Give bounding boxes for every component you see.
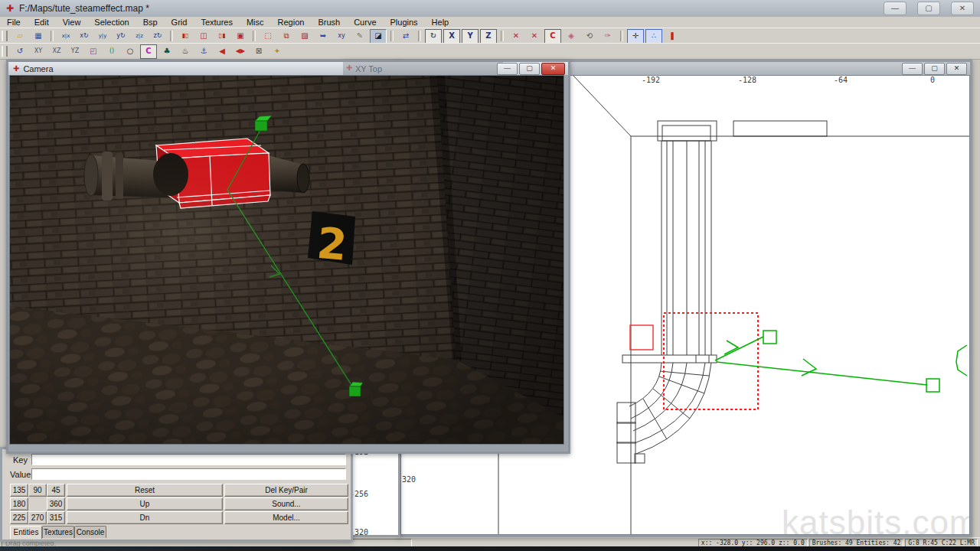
toolbar-icon-csg-subtract[interactable]: ▨	[296, 29, 313, 44]
entity-key-input[interactable]	[31, 454, 346, 465]
angle-button-135[interactable]: 135	[10, 484, 28, 497]
reset-button[interactable]: Reset	[67, 484, 223, 497]
angle-button-270[interactable]: 270	[28, 511, 47, 524]
camera-window: ✚ Camera ✚ XY Top —▢✕	[6, 60, 570, 454]
toolbar-icon-save-file[interactable]: ▦	[30, 29, 47, 44]
toolbar-icon-patch-cap[interactable]: C	[140, 44, 157, 59]
toolbar-icon-texture-lock[interactable]: xy	[333, 29, 350, 44]
menu-region[interactable]: Region	[271, 17, 312, 28]
toolbar-icon-select-vertices[interactable]: ✛	[627, 29, 644, 44]
angle-button-315[interactable]: 315	[47, 511, 65, 524]
toolbar-icon-view-xy[interactable]: XY	[30, 44, 47, 59]
toolbar-icon-nudge-left[interactable]: ◀	[214, 44, 230, 59]
menu-help[interactable]: Help	[425, 17, 456, 28]
toolbar-icon-entity-angle[interactable]: ⟲	[581, 29, 598, 44]
toolbar-icon-texture-window[interactable]: ◰	[85, 44, 102, 59]
angle-button-90[interactable]: 90	[28, 484, 47, 497]
toolbar-icon-lock-z[interactable]: Z	[480, 29, 497, 44]
toolbar-icon-disable-alternate-select[interactable]: ✕	[508, 29, 524, 44]
minimize-button[interactable]: —	[884, 2, 906, 15]
sound--button[interactable]: Sound...	[224, 497, 348, 510]
menu-view[interactable]: View	[56, 17, 88, 28]
toolbar-grip[interactable]	[2, 31, 8, 41]
app-titlebar[interactable]: ✚ F:/Maps/tute_steameffect.map * —▢✕	[0, 0, 980, 18]
toolbar-icon-z-axis-flip[interactable]: z|z	[131, 29, 148, 44]
up-button[interactable]: Up	[67, 497, 223, 510]
angle-button-180[interactable]: 180	[10, 497, 28, 510]
occluded-window-ghost: ✚ XY Top	[343, 62, 503, 75]
toolbar-icon-x-axis-flip[interactable]: x|x	[57, 29, 74, 44]
toolbar-icon-lock-y[interactable]: Y	[462, 29, 479, 44]
menu-curve[interactable]: Curve	[347, 17, 383, 28]
entity-value-input[interactable]	[31, 468, 346, 480]
toolbar-icon-texture-view-mode[interactable]: ◪	[370, 29, 387, 44]
angle-button-45[interactable]: 45	[47, 484, 65, 497]
toolbar-icon-patch-weld[interactable]: ✑	[599, 29, 616, 44]
del-key-pair-button[interactable]: Del Key/Pair	[224, 484, 348, 497]
menu-misc[interactable]: Misc	[240, 17, 271, 28]
close-button[interactable]: ✕	[541, 63, 565, 75]
toolbar-icon-texture-paint[interactable]: ✎	[351, 29, 368, 44]
toolbar-icon-terrain-entity[interactable]: ♣	[158, 44, 175, 59]
entity-links	[715, 331, 967, 392]
toolbar-icon-caulk-brush[interactable]: ◈	[563, 29, 580, 44]
maximize-button[interactable]: ▢	[519, 63, 540, 75]
model--button[interactable]: Model...	[224, 511, 348, 524]
minimize-button[interactable]: —	[902, 63, 923, 75]
camera-titlebar[interactable]: ✚ Camera ✚ XY Top —▢✕	[8, 62, 568, 75]
toolbar-icon-view-xz[interactable]: XZ	[48, 44, 65, 59]
menu-edit[interactable]: Edit	[28, 17, 56, 28]
toolbar-icon-delete-selection[interactable]: ⊠	[250, 44, 267, 59]
toolbar-icon-region-selection[interactable]: ⬚	[260, 29, 276, 44]
ghost-radiant-icon: ✚	[346, 64, 352, 72]
toolbar-icon-select-complete-tall[interactable]: ▮▯	[177, 29, 194, 44]
angle-button-225[interactable]: 225	[10, 511, 28, 524]
toolbar-icon-csg-merge[interactable]: ⧉	[278, 29, 295, 44]
toolbar-icon-camera-snapshot[interactable]: ✦	[269, 44, 286, 59]
tab-console[interactable]: Console	[74, 526, 106, 538]
camera-3d-view[interactable]: 2	[9, 75, 564, 445]
toolbar-icon-select-edges[interactable]: ∴	[645, 29, 662, 44]
toolbar-icon-steam-plugin[interactable]: ♨	[177, 44, 194, 59]
menu-textures[interactable]: Textures	[194, 17, 240, 28]
toolbar-icon-make-detail[interactable]: ➥	[315, 29, 332, 44]
entity-box-far	[926, 379, 939, 392]
toolbar-icon-mirror-selection[interactable]: ◀▶	[232, 44, 249, 59]
menu-bsp[interactable]: Bsp	[136, 17, 165, 28]
restore-button[interactable]: ▢	[924, 63, 945, 75]
toolbar-icon-rotate-selection[interactable]: ↺	[11, 44, 28, 59]
toolbar-icon-sync-views[interactable]: ⇄	[397, 29, 414, 44]
tab-textures[interactable]: Textures	[42, 526, 74, 538]
angle-button-360[interactable]: 360	[47, 497, 65, 510]
toolbar-icon-free-rotation[interactable]: ↻	[425, 29, 442, 44]
toolbar-icon-z-axis-rotate[interactable]: z↻	[149, 29, 166, 44]
restore-button[interactable]: ▢	[917, 2, 940, 15]
close-button[interactable]: ✕	[946, 63, 967, 75]
toolbar-icon-view-yz[interactable]: YZ	[67, 44, 83, 59]
menu-grid[interactable]: Grid	[165, 17, 194, 28]
toolbar-icon-disable-clipper[interactable]: ✕	[526, 29, 543, 44]
toolbar-icon-patch-cylinder[interactable]: ○	[122, 44, 139, 59]
toolbar-icon-lock-x[interactable]: X	[443, 29, 460, 44]
toolbar-icon-select-inside[interactable]: ▣	[232, 29, 249, 44]
menu-plugins[interactable]: Plugins	[384, 17, 425, 28]
menu-file[interactable]: File	[0, 17, 28, 28]
toolbar-icon-select-touching[interactable]: ◫	[195, 29, 212, 44]
toolbar-icon-curve-cap[interactable]: C	[544, 29, 561, 44]
toolbar-icon-y-axis-flip[interactable]: y|y	[94, 29, 111, 44]
toolbar-icon-select-partial-tall[interactable]: ▯▮	[214, 29, 230, 44]
toolbar-icon-curve-patch[interactable]: ()	[103, 44, 120, 59]
toolbar-separator	[170, 31, 173, 41]
minimize-button[interactable]: —	[497, 63, 518, 75]
toolbar-icon-x-axis-rotate[interactable]: x↻	[76, 29, 93, 44]
menu-brush[interactable]: Brush	[311, 17, 347, 28]
dn-button[interactable]: Dn	[67, 511, 223, 524]
toolbar-icon-y-axis-rotate[interactable]: y↻	[113, 29, 129, 44]
close-button[interactable]: ✕	[951, 2, 974, 15]
toolbar-icon-plugin-brush[interactable]: ❚	[664, 29, 681, 44]
tab-entities[interactable]: Entities	[10, 526, 42, 539]
menu-selection[interactable]: Selection	[87, 17, 136, 28]
toolbar-icon-anchor-plugin[interactable]: ⚓	[195, 44, 212, 59]
toolbar-grip[interactable]	[2, 46, 8, 57]
toolbar-icon-open-file[interactable]: ▱	[11, 29, 28, 44]
